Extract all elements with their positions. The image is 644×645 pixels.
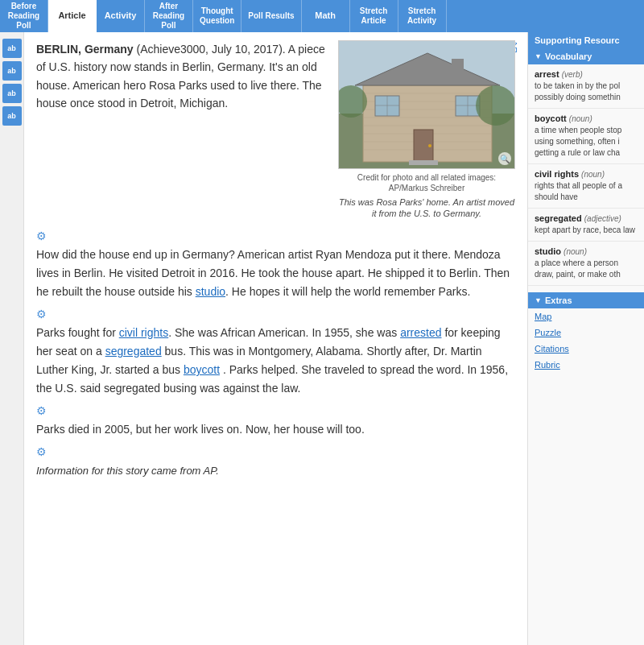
segregated-link[interactable]: segregated: [105, 345, 162, 358]
nav-stretch-activity[interactable]: Stretch Activity: [398, 0, 447, 32]
vocab-type-boycott: (noun): [569, 114, 592, 123]
paragraph-audio-icon-2[interactable]: ⚙: [36, 308, 515, 320]
article-area: 🖨 BERLIN, Germany (Achieve3000, July 10,…: [24, 32, 527, 645]
extras-citations-link[interactable]: Citations: [528, 341, 644, 357]
right-sidebar: Supporting Resourc ▼ Vocabulary arrest (…: [527, 32, 644, 645]
paragraph-audio-icon-1[interactable]: ⚙: [36, 229, 515, 242]
nav-article[interactable]: Article: [48, 0, 97, 32]
extras-rubric-link[interactable]: Rubric: [528, 357, 644, 373]
text-size-icon-4[interactable]: ab: [2, 106, 22, 126]
studio-link[interactable]: studio: [196, 285, 225, 298]
article-image-block: 🔍 Credit for photo and all related image…: [338, 40, 515, 220]
paragraph-audio-icon-3[interactable]: ⚙: [36, 404, 515, 417]
svg-point-20: [428, 144, 431, 147]
image-credit: Credit for photo and all related images:…: [338, 172, 515, 193]
paragraph-audio-icon-4[interactable]: ⚙: [36, 445, 515, 458]
vocab-type-studio: (noun): [564, 247, 587, 256]
svg-point-22: [476, 85, 515, 126]
nav-stretch-article[interactable]: Stretch Article: [350, 0, 398, 32]
article-paragraph-4: Parks died in 2005, but her work lives o…: [36, 420, 515, 439]
vocabulary-label: Vocabulary: [545, 52, 592, 61]
vocab-term-civil-rights[interactable]: civil rights: [535, 169, 579, 179]
article-paragraph-1: BERLIN, Germany (Achieve3000, July 10, 2…: [36, 40, 326, 220]
extras-map-link[interactable]: Map: [528, 308, 644, 325]
nav-before-reading[interactable]: Before Reading Poll: [0, 0, 48, 32]
vocab-term-segregated[interactable]: segregated: [535, 213, 582, 223]
article-dateline: BERLIN, Germany: [36, 43, 134, 56]
vocab-type-civil-rights: (noun): [581, 170, 605, 179]
magnify-icon[interactable]: 🔍: [498, 152, 511, 165]
rosa-parks-house-image: 🔍: [338, 40, 515, 169]
vocab-def-boycott: a time when people stop using something,…: [535, 125, 638, 159]
vocab-term-boycott[interactable]: boycott: [535, 114, 567, 123]
svg-rect-21: [409, 160, 438, 165]
extras-label: Extras: [545, 296, 572, 305]
vocab-arrest: arrest (verb) to be taken in by the pol …: [528, 64, 644, 109]
nav-math[interactable]: Math: [302, 0, 350, 32]
vocab-type-segregated: (adjective): [584, 214, 621, 223]
supporting-resources-header[interactable]: Supporting Resourc: [528, 32, 644, 48]
arrested-link[interactable]: arrested: [400, 326, 441, 339]
nav-after-reading[interactable]: After Reading Poll: [145, 0, 193, 32]
left-sidebar: ab ab ab ab: [0, 32, 24, 645]
text-size-icon-1[interactable]: ab: [2, 39, 22, 58]
vocab-studio: studio (noun) a place where a person dra…: [528, 242, 644, 286]
top-nav: Before Reading Poll Article Activity Aft…: [0, 0, 644, 32]
vocab-segregated: segregated (adjective) kept apart by rac…: [528, 209, 644, 242]
image-caption: This was Rosa Parks' home. An artist mov…: [338, 196, 515, 220]
vocab-civil-rights: civil rights (noun) rights that all peop…: [528, 164, 644, 209]
boycott-link[interactable]: boycott: [184, 363, 220, 376]
nav-poll-results[interactable]: Poll Results: [242, 0, 301, 32]
article-paragraph-3: Parks fought for civil rights. She was A…: [36, 324, 515, 398]
vocabulary-triangle: ▼: [535, 52, 542, 60]
vocab-def-segregated: kept apart by race, beca law: [535, 225, 638, 236]
article-source-line: Information for this story came from AP.: [36, 465, 515, 477]
text-size-icon-2[interactable]: ab: [2, 61, 22, 81]
text-size-icon-3[interactable]: ab: [2, 84, 22, 103]
vocab-def-civil-rights: rights that all people of a should have: [535, 180, 638, 203]
extras-header[interactable]: ▼ Extras: [528, 292, 644, 308]
vocab-type-arrest: (verb): [562, 70, 583, 79]
nav-thought-question[interactable]: Thought Question: [193, 0, 242, 32]
vocabulary-header[interactable]: ▼ Vocabulary: [528, 48, 644, 64]
article-paragraph-2: How did the house end up in Germany? Ame…: [36, 246, 515, 301]
vocab-boycott: boycott (noun) a time when people stop u…: [528, 109, 644, 164]
vocab-def-arrest: to be taken in by the pol possibly doing…: [535, 81, 638, 103]
vocab-term-arrest[interactable]: arrest: [535, 69, 559, 79]
extras-triangle: ▼: [535, 296, 542, 304]
nav-activity[interactable]: Activity: [97, 0, 145, 32]
svg-rect-12: [452, 59, 464, 79]
extras-section: ▼ Extras Map Puzzle Citations Rubric: [528, 292, 644, 373]
vocab-def-studio: a place where a person draw, paint, or m…: [535, 258, 638, 280]
civil-rights-link[interactable]: civil rights: [119, 326, 168, 339]
extras-puzzle-link[interactable]: Puzzle: [528, 325, 644, 341]
vocab-term-studio[interactable]: studio: [535, 246, 561, 256]
supporting-resources-label: Supporting Resourc: [535, 35, 620, 45]
